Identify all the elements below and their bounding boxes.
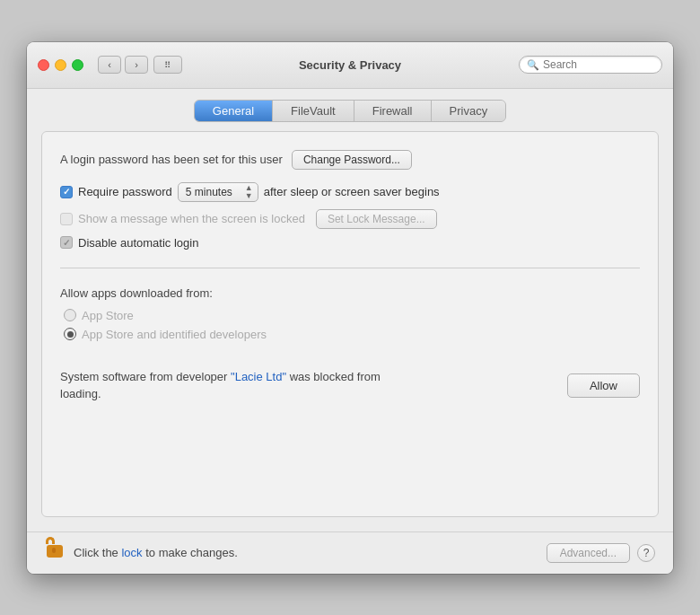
allow-button[interactable]: Allow bbox=[567, 373, 640, 398]
back-icon: ‹ bbox=[108, 59, 111, 70]
radio-app-store-row: App Store bbox=[64, 309, 640, 322]
bottom-right: Advanced... ? bbox=[547, 543, 655, 563]
blocked-prefix: System software from developer bbox=[60, 370, 231, 383]
radio-app-store-developers[interactable] bbox=[64, 328, 76, 340]
tab-general[interactable]: General bbox=[195, 101, 273, 121]
window-title: Security & Privacy bbox=[299, 58, 401, 72]
minimize-button[interactable] bbox=[55, 59, 66, 71]
password-timeout-dropdown[interactable]: 5 minutes ▲▼ bbox=[178, 182, 258, 202]
section-divider bbox=[60, 268, 640, 268]
set-lock-message-button[interactable]: Set Lock Message... bbox=[316, 209, 437, 229]
back-button[interactable]: ‹ bbox=[98, 56, 121, 74]
tab-privacy-label: Privacy bbox=[450, 104, 488, 118]
dropdown-value: 5 minutes bbox=[186, 186, 232, 198]
titlebar: ‹ › ⠿ Security & Privacy 🔍 bbox=[27, 42, 673, 89]
lock-body bbox=[47, 545, 63, 558]
lock-text-prefix: Click the bbox=[74, 546, 121, 559]
blocked-software-row: System software from developer "Lacie Lt… bbox=[60, 359, 640, 403]
advanced-button[interactable]: Advanced... bbox=[547, 543, 630, 563]
login-row: A login password has been set for this u… bbox=[60, 150, 640, 170]
help-button[interactable]: ? bbox=[637, 544, 655, 562]
grid-icon: ⠿ bbox=[164, 60, 171, 70]
tab-firewall[interactable]: Firewall bbox=[354, 101, 432, 121]
disable-auto-login-checkbox[interactable] bbox=[60, 236, 73, 249]
search-icon: 🔍 bbox=[527, 59, 539, 71]
after-sleep-label: after sleep or screen saver begins bbox=[264, 185, 440, 198]
lock-shackle bbox=[46, 537, 55, 544]
radio-app-store-label: App Store bbox=[82, 309, 134, 322]
traffic-lights bbox=[38, 59, 83, 71]
main-window: ‹ › ⠿ Security & Privacy 🔍 General FileV… bbox=[27, 42, 673, 574]
lock-link[interactable]: lock bbox=[121, 546, 142, 559]
forward-icon: › bbox=[135, 59, 138, 70]
lock-icon bbox=[45, 541, 65, 565]
lock-text: Click the lock to make changes. bbox=[74, 546, 547, 559]
tabs-group: General FileVault Firewall Privacy bbox=[194, 100, 506, 122]
search-input[interactable] bbox=[543, 58, 654, 71]
developer-name: "Lacie Ltd" bbox=[231, 370, 286, 383]
tabs-bar: General FileVault Firewall Privacy bbox=[27, 89, 673, 131]
content-area: A login password has been set for this u… bbox=[41, 131, 659, 517]
show-message-row: Show a message when the screen is locked… bbox=[60, 209, 640, 229]
require-password-checkbox[interactable] bbox=[60, 186, 73, 198]
radio-app-store-developers-label: App Store and identified developers bbox=[82, 328, 267, 341]
nav-buttons: ‹ › bbox=[98, 56, 148, 74]
radio-app-store[interactable] bbox=[64, 309, 76, 321]
show-message-label: Show a message when the screen is locked bbox=[78, 212, 305, 225]
bottom-bar: Click the lock to make changes. Advanced… bbox=[27, 532, 673, 574]
require-password-label: Require password bbox=[78, 185, 172, 198]
tab-filevault[interactable]: FileVault bbox=[273, 101, 354, 121]
dropdown-arrow-icon: ▲▼ bbox=[245, 184, 253, 200]
disable-auto-login-label: Disable automatic login bbox=[78, 236, 198, 250]
apps-section-label: Allow apps downloaded from: bbox=[60, 286, 640, 300]
close-button[interactable] bbox=[38, 59, 49, 71]
forward-button[interactable]: › bbox=[125, 56, 148, 74]
change-password-button[interactable]: Change Password... bbox=[292, 150, 412, 170]
radio-app-store-developers-row: App Store and identified developers bbox=[64, 328, 640, 341]
apps-section: Allow apps downloaded from: App Store Ap… bbox=[60, 286, 640, 403]
search-box[interactable]: 🔍 bbox=[519, 56, 662, 74]
blocked-text: System software from developer "Lacie Lt… bbox=[60, 368, 401, 403]
show-message-checkbox[interactable] bbox=[60, 213, 73, 225]
login-section: A login password has been set for this u… bbox=[60, 150, 640, 250]
login-label: A login password has been set for this u… bbox=[60, 153, 283, 166]
tab-filevault-label: FileVault bbox=[291, 104, 336, 118]
lock-text-suffix: to make changes. bbox=[143, 546, 238, 559]
tab-general-label: General bbox=[213, 104, 254, 118]
tab-privacy[interactable]: Privacy bbox=[432, 101, 506, 121]
grid-button[interactable]: ⠿ bbox=[153, 56, 182, 74]
maximize-button[interactable] bbox=[72, 59, 83, 71]
require-password-row: Require password 5 minutes ▲▼ after slee… bbox=[60, 182, 640, 202]
tab-firewall-label: Firewall bbox=[372, 104, 413, 118]
disable-auto-login-row: Disable automatic login bbox=[60, 236, 640, 250]
